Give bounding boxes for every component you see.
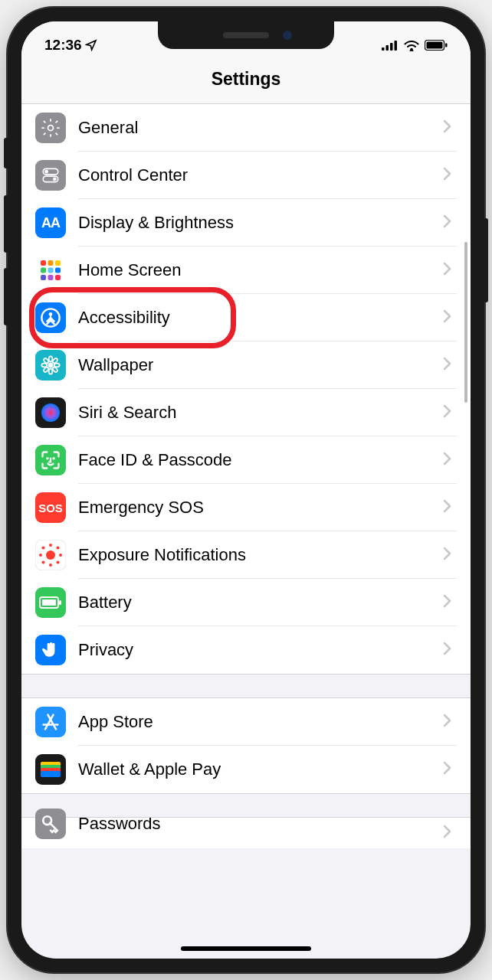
- chevron-right-icon: [443, 498, 452, 518]
- chevron-right-icon: [443, 308, 452, 328]
- svg-rect-2: [390, 43, 393, 51]
- svg-point-24: [48, 363, 54, 368]
- row-label: Control Center: [78, 165, 443, 185]
- appstore-icon: [35, 707, 66, 737]
- settings-row-faceid[interactable]: Face ID & Passcode: [21, 436, 471, 484]
- scroll-indicator[interactable]: [464, 242, 467, 403]
- svg-rect-17: [48, 268, 54, 273]
- settings-row-wallpaper[interactable]: Wallpaper: [21, 341, 471, 389]
- phone-frame: 12:36 Settings GeneralControl CenterAADi…: [8, 8, 484, 972]
- chevron-right-icon: [443, 760, 452, 779]
- page-title: Settings: [21, 69, 471, 90]
- row-label: Privacy: [78, 640, 443, 660]
- svg-rect-18: [55, 268, 61, 273]
- row-label: Emergency SOS: [78, 498, 443, 518]
- gear-icon: [35, 113, 66, 143]
- svg-point-39: [49, 544, 52, 547]
- chevron-right-icon: [443, 545, 452, 565]
- svg-point-40: [49, 564, 52, 567]
- wifi-icon: [404, 40, 419, 51]
- svg-point-28: [54, 364, 60, 368]
- notch: [158, 21, 334, 49]
- person-circle-icon: [35, 302, 66, 333]
- row-label: App Store: [78, 712, 443, 732]
- chevron-right-icon: [443, 593, 452, 612]
- svg-rect-14: [48, 260, 54, 266]
- svg-point-44: [57, 561, 60, 564]
- chevron-right-icon: [443, 165, 452, 185]
- svg-point-8: [48, 126, 54, 131]
- row-label: Home Screen: [78, 260, 443, 280]
- row-label: Display & Brightness: [78, 213, 443, 233]
- aa-icon: AA: [35, 207, 66, 238]
- settings-row-exposure[interactable]: Exposure Notifications: [21, 531, 471, 579]
- settings-row-control-center[interactable]: Control Center: [21, 152, 471, 199]
- row-label: Face ID & Passcode: [78, 450, 443, 470]
- svg-point-45: [57, 547, 60, 550]
- flower-icon: [35, 350, 66, 381]
- svg-point-35: [47, 458, 48, 459]
- settings-row-siri[interactable]: Siri & Search: [21, 389, 471, 436]
- chevron-right-icon: [443, 213, 452, 233]
- svg-point-4: [410, 47, 413, 51]
- svg-rect-49: [59, 600, 61, 605]
- svg-point-27: [41, 364, 47, 368]
- svg-point-25: [49, 356, 53, 361]
- svg-rect-7: [445, 44, 448, 47]
- chevron-right-icon: [443, 640, 452, 660]
- toggles-icon: [35, 160, 66, 191]
- settings-row-display[interactable]: AADisplay & Brightness: [21, 199, 471, 247]
- exposure-icon: [35, 540, 66, 570]
- svg-rect-54: [41, 771, 61, 777]
- svg-rect-13: [41, 260, 46, 266]
- svg-rect-1: [386, 45, 389, 51]
- home-grid-icon: [35, 255, 66, 286]
- wallet-icon: [35, 754, 66, 785]
- chevron-right-icon: [443, 118, 452, 138]
- svg-point-38: [46, 550, 55, 560]
- battery-icon: [35, 587, 66, 618]
- battery-icon: [425, 40, 448, 51]
- row-label: Exposure Notifications: [78, 545, 443, 565]
- settings-row-general[interactable]: General: [21, 104, 471, 152]
- svg-point-26: [49, 369, 53, 374]
- svg-rect-0: [382, 47, 385, 51]
- svg-point-41: [39, 554, 42, 557]
- svg-rect-3: [395, 41, 398, 51]
- settings-row-appstore[interactable]: App Store: [21, 698, 471, 746]
- chevron-right-icon: [443, 712, 452, 732]
- settings-row-home-screen[interactable]: Home Screen: [21, 247, 471, 294]
- settings-row-privacy[interactable]: Privacy: [21, 626, 471, 674]
- row-label: Siri & Search: [78, 403, 443, 423]
- svg-point-42: [59, 554, 62, 557]
- row-label: General: [78, 118, 443, 138]
- home-indicator[interactable]: [181, 946, 311, 951]
- chevron-right-icon: [443, 355, 452, 375]
- svg-point-10: [44, 170, 48, 174]
- cellular-icon: [382, 40, 399, 51]
- row-label: Battery: [78, 593, 443, 612]
- chevron-right-icon: [443, 403, 452, 423]
- settings-row-wallet[interactable]: Wallet & Apple Pay: [21, 746, 471, 793]
- settings-row-sos[interactable]: SOSEmergency SOS: [21, 484, 471, 531]
- svg-rect-19: [41, 275, 46, 280]
- status-time: 12:36: [44, 37, 82, 54]
- settings-row-accessibility[interactable]: Accessibility: [21, 294, 471, 341]
- sos-text-icon: SOS: [35, 492, 66, 523]
- svg-point-12: [53, 177, 57, 181]
- settings-row-passwords[interactable]: Passwords: [21, 818, 471, 848]
- settings-list[interactable]: GeneralControl CenterAADisplay & Brightn…: [21, 104, 471, 926]
- hand-icon: [35, 635, 66, 665]
- svg-point-43: [42, 547, 45, 550]
- settings-row-battery[interactable]: Battery: [21, 579, 471, 626]
- chevron-right-icon: [443, 450, 452, 470]
- svg-rect-21: [55, 275, 61, 280]
- svg-rect-20: [48, 275, 54, 280]
- nav-bar: Settings: [21, 60, 471, 104]
- location-icon: [85, 39, 97, 51]
- svg-point-34: [41, 403, 60, 422]
- svg-rect-16: [41, 268, 46, 273]
- chevron-right-icon: [443, 823, 452, 843]
- svg-rect-15: [55, 260, 61, 266]
- key-icon: [35, 808, 66, 839]
